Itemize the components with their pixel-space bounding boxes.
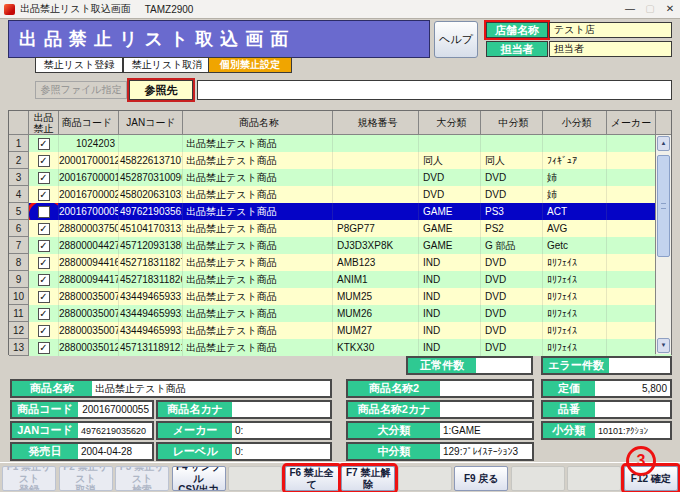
table-row[interactable]: 10✓2880003500754344946593319出品禁止テスト商品MUM… xyxy=(9,288,671,305)
table-row[interactable]: 11✓2880003500764344946599326出品禁止テスト商品MUM… xyxy=(9,305,671,322)
cell-sho: ﾛﾘﾌｪｲｽ xyxy=(543,322,607,339)
middle-category-field[interactable]: 129:ﾌﾟﾚｲｽﾃｰｼｮﾝ3 xyxy=(440,444,532,459)
cell-code: 200167000055 xyxy=(59,203,119,220)
prohibit-list-table: 出品 禁止商品コードJANコード商品名称規格番号大分類中分類小分類メーカー 1✓… xyxy=(8,110,672,355)
cell-maker xyxy=(607,203,656,220)
f4-sample-csv-output[interactable]: F4 サンプル CSV出力 xyxy=(172,466,226,491)
cell-chu: PS2 xyxy=(481,220,543,237)
cell-kikaku: MUM25 xyxy=(333,288,419,305)
cell-chu: PS3 xyxy=(481,203,543,220)
cell-kikaku: KTKX30 xyxy=(333,339,419,356)
f3-prohibit-list-search[interactable]: F3 禁止リスト 検索 xyxy=(115,466,169,491)
prohibit-checkbox[interactable]: ✓ xyxy=(38,325,50,337)
f9-back[interactable]: F9 戻る xyxy=(454,466,508,491)
cell-sho: ACT xyxy=(543,203,607,220)
jan-code-field[interactable]: 4976219035620 xyxy=(78,423,152,438)
cell-kikaku: ANIM1 xyxy=(333,271,419,288)
tab-prohibit-list-cancel[interactable]: 禁止リスト取消 xyxy=(123,57,211,73)
prohibit-checkbox[interactable]: ✓ xyxy=(38,172,50,184)
cell-dai xyxy=(419,135,481,152)
prohibit-checkbox[interactable] xyxy=(38,206,50,218)
maker-field[interactable]: 0: xyxy=(232,423,330,438)
prohibit-checkbox[interactable]: ✓ xyxy=(38,155,50,167)
tab-prohibit-list-register[interactable]: 禁止リスト登録 xyxy=(35,57,123,73)
cell-maker xyxy=(607,288,656,305)
help-button[interactable]: ヘルプ xyxy=(434,21,478,58)
table-row[interactable]: 13✓2880003501214571311891213出品禁止テスト商品KTK… xyxy=(9,339,671,356)
cell-dai: GAME xyxy=(419,220,481,237)
prohibit-checkbox[interactable]: ✓ xyxy=(38,274,50,286)
normal-count-field[interactable] xyxy=(476,358,531,373)
prohibit-checkbox[interactable]: ✓ xyxy=(38,257,50,269)
cell-maker xyxy=(607,254,656,271)
cell-maker xyxy=(607,237,656,254)
checkbox-cell: ✓ xyxy=(29,135,59,152)
cell-maker xyxy=(607,271,656,288)
product-kana-field[interactable] xyxy=(232,402,330,417)
table-row[interactable]: 7✓2880000442734571209313803出品禁止テスト商品DJ3D… xyxy=(9,237,671,254)
prohibit-checkbox[interactable]: ✓ xyxy=(38,189,50,201)
tab-individual-prohibit[interactable]: 個別禁止設定 xyxy=(208,57,292,73)
row-number: 11 xyxy=(9,305,29,322)
prohibit-checkbox[interactable]: ✓ xyxy=(38,291,50,303)
prohibit-checkbox[interactable]: ✓ xyxy=(38,223,50,235)
product-name-group: 商品名称 出品禁止テスト商品 xyxy=(10,379,332,398)
major-category-field[interactable]: 1:GAME xyxy=(440,423,532,438)
file-path-input[interactable] xyxy=(197,80,672,100)
cell-sho xyxy=(543,135,607,152)
close-icon[interactable]: ✕ xyxy=(660,1,680,17)
staff-label: 担当者 xyxy=(486,41,548,57)
cell-jan: 4344946599333 xyxy=(119,322,183,339)
table-row[interactable]: 52001670000554976219035620出品禁止テスト商品GAMEP… xyxy=(9,203,671,220)
maximize-icon[interactable]: ▢ xyxy=(640,1,660,17)
scroll-up-icon[interactable]: ▲ xyxy=(657,136,670,151)
table-row[interactable]: 9✓2880009441714527183118269出品禁止テスト商品ANIM… xyxy=(9,271,671,288)
prohibit-checkbox[interactable]: ✓ xyxy=(38,308,50,320)
title-bar: 出品禁止リスト取込画面 TAMZ2900 — ▢ ✕ xyxy=(0,0,680,19)
table-row[interactable]: 1✓1024203出品禁止テスト商品 xyxy=(9,135,671,152)
f6-prohibit-all[interactable]: F6 禁止全て xyxy=(285,466,339,491)
f1-prohibit-list-register[interactable]: F1 禁止リスト 登録 xyxy=(2,466,56,491)
error-count-field[interactable] xyxy=(609,358,670,373)
row-number: 2 xyxy=(9,152,29,169)
f7-prohibit-release[interactable]: F7 禁止解除 xyxy=(341,466,395,491)
cell-code: 1024203 xyxy=(59,135,119,152)
table-row[interactable]: 8✓2880009441634527183118276出品禁止テスト商品AMB1… xyxy=(9,254,671,271)
label-company-field[interactable]: 0: xyxy=(232,444,330,459)
minimize-icon[interactable]: — xyxy=(620,1,640,17)
price-field[interactable]: 5,800 xyxy=(595,381,670,396)
staff-field[interactable]: 担当者 xyxy=(549,41,672,57)
middle-category-group: 中分類 129:ﾌﾟﾚｲｽﾃｰｼｮﾝ3 xyxy=(346,442,534,461)
column-header: 商品名称 xyxy=(183,111,333,135)
vertical-scrollbar[interactable]: ▲ ▼ xyxy=(655,135,671,354)
cell-code: 288000350121 xyxy=(59,339,119,356)
table-row[interactable]: 3✓2001670000184528703100903出品禁止テスト商品DVDD… xyxy=(9,169,671,186)
prohibit-checkbox[interactable]: ✓ xyxy=(38,342,50,354)
browse-button[interactable]: 参照先 xyxy=(129,80,193,100)
cell-maker xyxy=(607,220,656,237)
prohibit-checkbox[interactable]: ✓ xyxy=(38,240,50,252)
column-header: 規格番号 xyxy=(333,111,419,135)
scrollbar-thumb[interactable] xyxy=(657,155,670,257)
product-name2-kana-field[interactable] xyxy=(440,402,532,417)
cell-name: 出品禁止テスト商品 xyxy=(183,271,333,288)
prohibit-checkbox[interactable]: ✓ xyxy=(38,138,50,150)
part-number-field[interactable] xyxy=(595,402,670,417)
row-number: 12 xyxy=(9,322,29,339)
product-name-field[interactable]: 出品禁止テスト商品 xyxy=(92,381,330,396)
table-row[interactable]: 6✓2880000375014510417031321出品禁止テスト商品P8GP… xyxy=(9,220,671,237)
f2-prohibit-list-cancel[interactable]: F2 禁止リスト 取消 xyxy=(59,466,113,491)
table-header: 出品 禁止商品コードJANコード商品名称規格番号大分類中分類小分類メーカー xyxy=(9,111,656,135)
app-window: 出品禁止リスト取込画面 TAMZ2900 — ▢ ✕ 出品禁止リスト取込画面 ヘ… xyxy=(0,0,680,492)
product-code-field[interactable]: 200167000055 xyxy=(78,402,152,417)
table-row[interactable]: 4✓2001670000224580206310357出品禁止テスト商品DVDD… xyxy=(9,186,671,203)
column-header: 商品コード xyxy=(59,111,119,135)
scroll-down-icon[interactable]: ▼ xyxy=(657,338,670,353)
product-name2-field[interactable] xyxy=(440,381,532,396)
cell-kikaku: MUM26 xyxy=(333,305,419,322)
table-row[interactable]: 2✓2000170001214582261371076出品禁止テスト商品同人同人… xyxy=(9,152,671,169)
table-row[interactable]: 12✓2880003500774344946599333出品禁止テスト商品MUM… xyxy=(9,322,671,339)
minor-category-field[interactable]: 10101:ｱｸｼｮﾝ xyxy=(595,423,670,438)
store-name-field[interactable]: テスト店 xyxy=(549,22,672,38)
release-date-field[interactable]: 2004-04-28 xyxy=(78,444,152,459)
